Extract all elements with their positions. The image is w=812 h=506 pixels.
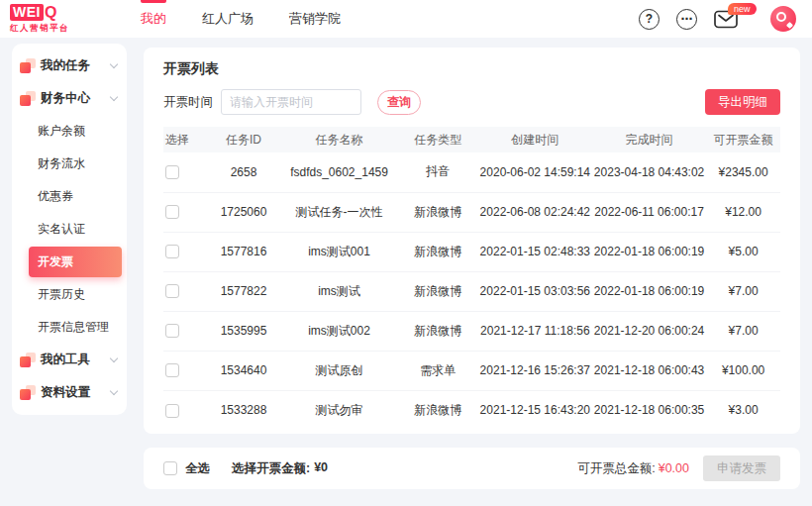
- chevron-down-icon: [110, 60, 118, 68]
- sidebar-item-invoice-info-management[interactable]: 开票信息管理: [12, 311, 127, 344]
- weiq-logo[interactable]: WEI Q 红人营销平台: [10, 3, 131, 35]
- cell-task-type: 需求单: [398, 351, 478, 390]
- cell-task-name: 测试原创: [280, 351, 397, 390]
- footer-bar: 全选 选择开票金额: ¥0 可开票总金额: ¥0.00 申请发票: [144, 448, 800, 489]
- cell-created-time: 2022-01-15 03:03:56: [478, 271, 592, 311]
- row-checkbox[interactable]: [165, 245, 179, 258]
- cell-finished-time: 2021-12-18 06:00:43: [592, 351, 706, 390]
- cell-task-name: fsdfds_0602_1459: [280, 152, 397, 192]
- col-task-type: 任务类型: [398, 127, 478, 152]
- col-invoice-amount: 可开票金额: [706, 127, 780, 152]
- sidebar-item-invoice-history[interactable]: 开票历史: [12, 278, 127, 311]
- query-button[interactable]: 查询: [377, 90, 421, 115]
- logo-row: WEI Q: [10, 3, 131, 22]
- total-amount-label: 可开票总金额:: [577, 460, 655, 477]
- cell-created-time: 2022-06-08 02:24:42: [478, 192, 592, 232]
- row-checkbox[interactable]: [165, 363, 179, 377]
- cell-select: [163, 351, 207, 390]
- finance-icon: [20, 91, 36, 106]
- table-row: 2658fsdfds_0602_1459抖音2020-06-02 14:59:1…: [163, 152, 780, 192]
- sidebar: 我的任务 财务中心 账户余额 财务流水 优惠券 实名认证 开发票 开票历史 开票…: [12, 44, 127, 415]
- cell-created-time: 2021-12-16 15:26:37: [478, 351, 592, 390]
- sidebar-item-profile-settings[interactable]: 资料设置: [12, 376, 127, 409]
- sidebar-item-my-tools[interactable]: 我的工具: [12, 344, 127, 376]
- invoice-table-body: 2658fsdfds_0602_1459抖音2020-06-02 14:59:1…: [163, 152, 780, 430]
- table-row: 1725060测试任务-一次性新浪微博2022-06-08 02:24:4220…: [163, 192, 780, 232]
- more-icon[interactable]: ⋯: [676, 9, 697, 30]
- row-checkbox[interactable]: [165, 165, 179, 179]
- nav-tab-label: 红人广场: [202, 10, 254, 28]
- cell-task-name: 测试任务-一次性: [280, 192, 397, 232]
- sidebar-item-finance-flow[interactable]: 财务流水: [12, 148, 127, 180]
- cell-select: [163, 390, 207, 430]
- row-checkbox[interactable]: [165, 324, 179, 338]
- sidebar-item-my-tasks[interactable]: 我的任务: [12, 50, 127, 82]
- sidebar-group-label: 财务中心: [41, 90, 111, 107]
- col-created-time: 创建时间: [478, 127, 592, 152]
- select-all-checkbox[interactable]: [163, 461, 177, 475]
- nav-tab-marketing-academy[interactable]: 营销学院: [289, 0, 341, 38]
- chevron-down-icon: [110, 93, 118, 101]
- col-task-id: 任务ID: [207, 127, 281, 152]
- cell-finished-time: 2022-06-11 06:00:17: [592, 192, 706, 232]
- logo-tagline: 红人营销平台: [10, 23, 131, 35]
- sidebar-group-label: 资料设置: [41, 384, 111, 401]
- cell-task-type: 新浪微博: [398, 311, 478, 351]
- cell-finished-time: 2022-01-18 06:00:19: [592, 232, 706, 271]
- export-details-button[interactable]: 导出明细: [705, 89, 780, 115]
- cell-task-id: 2658: [207, 152, 281, 192]
- selected-amount: 选择开票金额: ¥0: [232, 460, 328, 477]
- new-badge: new: [728, 3, 757, 15]
- row-checkbox[interactable]: [165, 205, 179, 219]
- tasks-icon: [20, 58, 36, 73]
- chevron-down-icon: [110, 387, 118, 395]
- cell-task-id: 1725060: [207, 192, 281, 232]
- row-checkbox[interactable]: [165, 284, 179, 298]
- cell-created-time: 2022-01-15 02:48:33: [478, 232, 592, 271]
- cell-task-name: ims测试: [280, 271, 397, 311]
- filter-row: 开票时间 查询 导出明细: [163, 89, 780, 115]
- sidebar-item-finance-center[interactable]: 财务中心: [12, 82, 127, 115]
- cell-created-time: 2021-12-17 11:18:56: [478, 311, 592, 351]
- sidebar-item-account-balance[interactable]: 账户余额: [12, 115, 127, 148]
- avatar-logo-dot: [786, 22, 793, 29]
- invoice-time-input[interactable]: [221, 89, 361, 115]
- cell-select: [163, 271, 207, 311]
- cell-select: [163, 152, 207, 192]
- tools-icon: [20, 353, 36, 367]
- col-task-name: 任务名称: [280, 127, 397, 152]
- row-checkbox[interactable]: [165, 404, 179, 418]
- help-icon[interactable]: ?: [639, 9, 660, 30]
- sidebar-group-label: 我的任务: [41, 57, 111, 74]
- cell-task-type: 抖音: [398, 152, 478, 192]
- selected-amount-value: ¥0: [314, 460, 328, 477]
- cell-task-id: 1534640: [207, 351, 281, 390]
- cell-task-name: ims测试001: [280, 232, 397, 271]
- nav-tab-mine[interactable]: 我的: [141, 0, 166, 38]
- cell-select: [163, 311, 207, 351]
- invoice-list-panel: 开票列表 开票时间 查询 导出明细 选择 任务ID 任务名称 任务类型 创建时间…: [144, 48, 800, 434]
- profile-icon: [20, 385, 36, 400]
- cell-invoice-amount: ¥3.00: [706, 390, 780, 430]
- topbar-icons: ? ⋯ new: [639, 6, 796, 32]
- sidebar-item-real-name-auth[interactable]: 实名认证: [12, 213, 127, 246]
- cell-invoice-amount: ¥12.00: [706, 192, 780, 232]
- avatar[interactable]: [770, 6, 796, 32]
- topbar: WEI Q 红人营销平台 我的 红人广场 营销学院 ? ⋯ new: [0, 0, 812, 38]
- sidebar-item-coupons[interactable]: 优惠券: [12, 180, 127, 213]
- cell-invoice-amount: ¥5.00: [706, 232, 780, 271]
- messages-button[interactable]: new: [714, 10, 738, 29]
- cell-invoice-amount: ¥7.00: [706, 311, 780, 351]
- col-finished-time: 完成时间: [592, 127, 706, 152]
- table-row: 1533288测试勿审新浪微博2021-12-15 16:43:202021-1…: [163, 390, 780, 430]
- invoice-table: 选择 任务ID 任务名称 任务类型 创建时间 完成时间 可开票金额 2658fs…: [163, 127, 780, 430]
- cell-task-id: 1533288: [207, 390, 281, 430]
- apply-invoice-button[interactable]: 申请发票: [703, 455, 780, 481]
- footer-right: 可开票总金额: ¥0.00 申请发票: [577, 455, 780, 481]
- cell-select: [163, 232, 207, 271]
- nav-tab-influencer-plaza[interactable]: 红人广场: [202, 0, 254, 38]
- sidebar-item-create-invoice[interactable]: 开发票: [29, 247, 122, 277]
- app: WEI Q 红人营销平台 我的 红人广场 营销学院 ? ⋯ new: [0, 0, 812, 506]
- logo-wei: WEI: [10, 4, 44, 21]
- table-row: 1534640测试原创需求单2021-12-16 15:26:372021-12…: [163, 351, 780, 390]
